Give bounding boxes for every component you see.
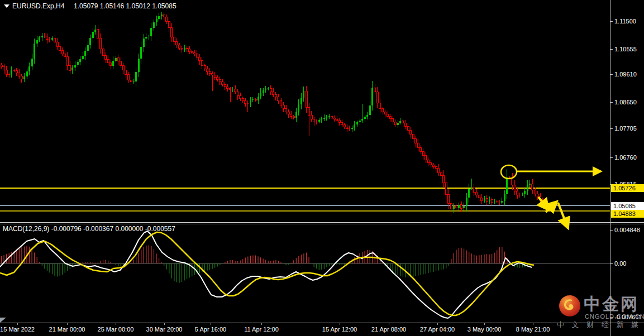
- trend-arrow-4[interactable]: [558, 203, 568, 228]
- mt4-chart-window: EURUSD.Exp,H4 1.05079 1.05146 1.05012 1.…: [0, 0, 644, 336]
- horizontal-levels[interactable]: [0, 188, 610, 211]
- macd-indicator-label: MACD(12,26,9) -0.000796 -0.000367 0.0000…: [3, 225, 175, 233]
- symbol-timeframe-label: EURUSD.Exp,H4: [12, 2, 64, 10]
- scroll-corner-marker: [0, 318, 6, 323]
- symbol-dropdown-icon[interactable]: [4, 4, 9, 8]
- candlesticks: [1, 12, 554, 216]
- chart-canvas[interactable]: [0, 0, 644, 336]
- highlight-circle[interactable]: [501, 165, 517, 179]
- chart-frame-lines: [0, 0, 644, 336]
- ohlc-quotes-label: 1.05079 1.05146 1.05012 1.05085: [74, 2, 176, 10]
- macd-signal-line: [0, 232, 534, 315]
- annotation-objects[interactable]: [501, 165, 601, 228]
- macd-panel-graphics: [0, 231, 610, 318]
- trend-arrow-2[interactable]: [538, 197, 548, 210]
- chart-title: EURUSD.Exp,H4 1.05079 1.05146 1.05012 1.…: [12, 2, 176, 10]
- macd-main-line: [0, 231, 532, 318]
